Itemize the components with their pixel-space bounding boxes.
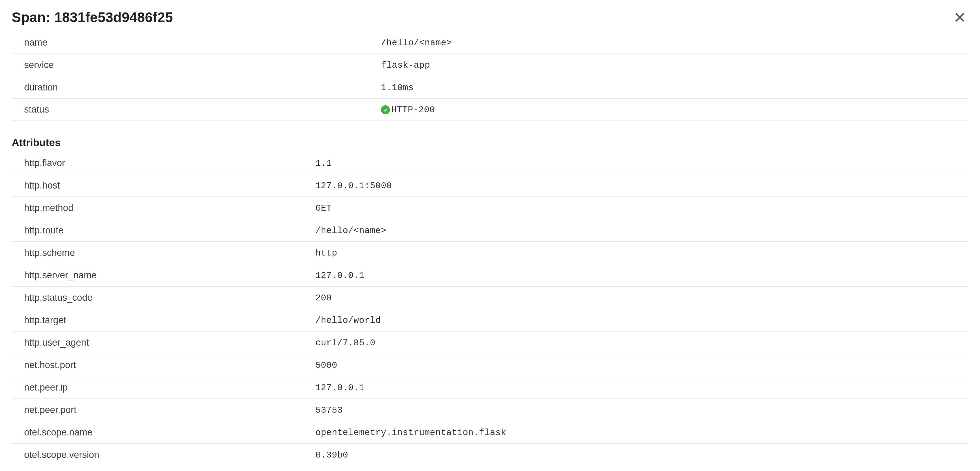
span-meta-body: name/hello/<name>serviceflask-appduratio… xyxy=(12,32,968,121)
attribute-value: /hello/<name> xyxy=(315,225,386,236)
attribute-row: otel.scope.version0.39b0 xyxy=(12,444,968,466)
attribute-key: otel.scope.name xyxy=(12,421,315,444)
attribute-value: 5000 xyxy=(315,360,337,370)
attribute-value: /hello/world xyxy=(315,315,381,326)
meta-value: 1.10ms xyxy=(381,83,414,93)
attribute-value-cell: 5000 xyxy=(315,354,968,377)
attribute-row: http.server_name127.0.0.1 xyxy=(12,264,968,287)
attribute-row: otel.scope.nameopentelemetry.instrumenta… xyxy=(12,421,968,444)
attribute-key: net.peer.port xyxy=(12,399,315,421)
span-detail-panel: Span: 1831fe53d9486f25 ✕ name/hello/<nam… xyxy=(0,0,980,466)
span-id: 1831fe53d9486f25 xyxy=(54,10,173,25)
attribute-key: http.flavor xyxy=(12,152,315,174)
attribute-key: http.status_code xyxy=(12,287,315,309)
meta-row: duration1.10ms xyxy=(12,76,968,99)
attribute-value: 53753 xyxy=(315,405,343,415)
meta-value: HTTP-200 xyxy=(391,105,435,115)
attribute-value: curl/7.85.0 xyxy=(315,338,375,348)
attribute-row: net.host.port5000 xyxy=(12,354,968,377)
meta-key: duration xyxy=(12,76,381,99)
meta-value-cell: flask-app xyxy=(381,54,968,76)
attributes-table: http.flavor1.1http.host127.0.0.1:5000htt… xyxy=(12,152,968,466)
attribute-value-cell: 127.0.0.1 xyxy=(315,264,968,287)
attribute-key: otel.scope.version xyxy=(12,444,315,466)
attribute-value-cell: GET xyxy=(315,197,968,219)
attribute-key: net.host.port xyxy=(12,354,315,377)
attribute-key: http.user_agent xyxy=(12,332,315,354)
attribute-row: http.methodGET xyxy=(12,197,968,219)
attribute-value-cell: opentelemetry.instrumentation.flask xyxy=(315,421,968,444)
attribute-value-cell: 0.39b0 xyxy=(315,444,968,466)
meta-key: name xyxy=(12,32,381,54)
attribute-value: http xyxy=(315,248,337,258)
attribute-row: http.target/hello/world xyxy=(12,309,968,332)
meta-row: serviceflask-app xyxy=(12,54,968,76)
attribute-value: 127.0.0.1:5000 xyxy=(315,180,391,191)
meta-value: flask-app xyxy=(381,60,430,70)
attributes-heading: Attributes xyxy=(12,137,968,148)
attribute-value: GET xyxy=(315,203,332,213)
attribute-row: http.route/hello/<name> xyxy=(12,219,968,242)
close-icon[interactable]: ✕ xyxy=(951,10,968,25)
attribute-key: http.target xyxy=(12,309,315,332)
attribute-value-cell: 53753 xyxy=(315,399,968,421)
meta-value: /hello/<name> xyxy=(381,38,452,48)
attribute-key: net.peer.ip xyxy=(12,377,315,399)
attribute-value-cell: 127.0.0.1 xyxy=(315,377,968,399)
attribute-value-cell: 1.1 xyxy=(315,152,968,174)
attribute-row: http.user_agentcurl/7.85.0 xyxy=(12,332,968,354)
attributes-body: http.flavor1.1http.host127.0.0.1:5000htt… xyxy=(12,152,968,466)
span-meta-table: name/hello/<name>serviceflask-appduratio… xyxy=(12,32,968,121)
attribute-value: 0.39b0 xyxy=(315,450,348,460)
attribute-value-cell: /hello/<name> xyxy=(315,219,968,242)
attribute-key: http.route xyxy=(12,219,315,242)
attribute-value-cell: curl/7.85.0 xyxy=(315,332,968,354)
meta-value-cell: 1.10ms xyxy=(381,76,968,99)
meta-key: service xyxy=(12,54,381,76)
attribute-row: http.schemehttp xyxy=(12,242,968,264)
attribute-row: http.host127.0.0.1:5000 xyxy=(12,174,968,197)
attribute-value: 127.0.0.1 xyxy=(315,383,364,393)
panel-title: Span: 1831fe53d9486f25 xyxy=(12,10,173,25)
attribute-key: http.scheme xyxy=(12,242,315,264)
meta-row: name/hello/<name> xyxy=(12,32,968,54)
attribute-row: http.flavor1.1 xyxy=(12,152,968,174)
meta-row: statusHTTP-200 xyxy=(12,99,968,121)
attribute-value: 200 xyxy=(315,293,332,303)
title-prefix: Span: xyxy=(12,10,54,25)
attribute-value-cell: http xyxy=(315,242,968,264)
attribute-value: 1.1 xyxy=(315,158,332,169)
attribute-row: net.peer.port53753 xyxy=(12,399,968,421)
meta-value-cell: /hello/<name> xyxy=(381,32,968,54)
attribute-key: http.method xyxy=(12,197,315,219)
attribute-value: opentelemetry.instrumentation.flask xyxy=(315,428,506,438)
attribute-row: http.status_code200 xyxy=(12,287,968,309)
attribute-value-cell: 127.0.0.1:5000 xyxy=(315,174,968,197)
attribute-key: http.host xyxy=(12,174,315,197)
attribute-key: http.server_name xyxy=(12,264,315,287)
attribute-value-cell: 200 xyxy=(315,287,968,309)
attribute-value: 127.0.0.1 xyxy=(315,270,364,281)
panel-header: Span: 1831fe53d9486f25 ✕ xyxy=(12,10,968,25)
attribute-value-cell: /hello/world xyxy=(315,309,968,332)
meta-value-cell: HTTP-200 xyxy=(381,99,968,121)
attribute-row: net.peer.ip127.0.0.1 xyxy=(12,377,968,399)
meta-key: status xyxy=(12,99,381,121)
check-circle-icon xyxy=(381,105,390,114)
status-wrap: HTTP-200 xyxy=(381,105,435,115)
